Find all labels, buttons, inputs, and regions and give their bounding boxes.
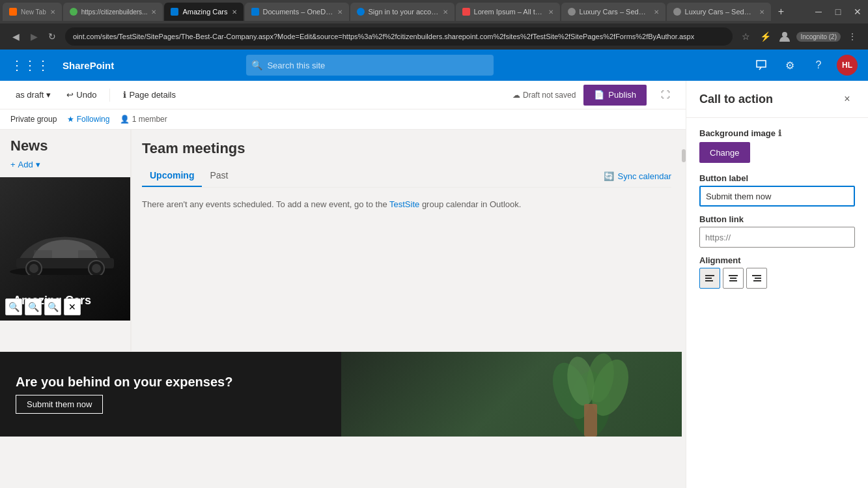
extensions-btn[interactable]: ⚡ [757, 29, 773, 44]
profile-btn[interactable] [777, 29, 792, 44]
svg-rect-23 [753, 280, 761, 281]
back-btn[interactable]: ◀ [8, 29, 23, 44]
svg-point-0 [782, 32, 787, 37]
tab-upcoming[interactable]: Upcoming [142, 165, 202, 187]
help-icon[interactable]: ? [808, 55, 829, 76]
tab-close-icon[interactable]: ✕ [654, 8, 659, 16]
tab-signin[interactable]: Sign in to your accou... ✕ [350, 3, 455, 21]
members-link[interactable]: 👤 1 member [120, 115, 167, 124]
tab-close-icon[interactable]: ✕ [443, 8, 448, 16]
search-box-container: 🔍 [246, 55, 494, 76]
zoom-in-btn[interactable]: 🔍 [25, 298, 42, 315]
tab-close-icon[interactable]: ✕ [337, 8, 343, 16]
tab-label: Sign in to your accou... [369, 8, 439, 16]
center-column: Team meetings Upcoming Past 🔄 Sync calen… [131, 130, 682, 351]
group-label: Private group [10, 115, 57, 124]
browser-chrome: New Tab ✕ https://citizenbuilders... ✕ A… [0, 0, 868, 50]
sync-calendar-btn[interactable]: 🔄 Sync calendar [604, 171, 671, 181]
tab-close-icon[interactable]: ✕ [759, 8, 764, 16]
scroll-thumb[interactable] [682, 149, 686, 162]
info-icon: ℹ [778, 128, 781, 138]
button-link-field-label: Button link [699, 214, 855, 224]
tab-close-icon[interactable]: ✕ [50, 8, 55, 16]
car-image-block: Amazing Cars 🔍 🔍 🔍 ✕ [0, 177, 130, 321]
page-toolbar: as draft ▾ ↩ Undo ℹ Page details ☁ Draft… [0, 81, 686, 109]
user-avatar[interactable]: HL [837, 55, 858, 76]
tab-citizenbuilders[interactable]: https://citizenbuilders... ✕ [63, 3, 163, 21]
search-icon: 🔍 [251, 60, 262, 70]
add-button[interactable]: + Add ▾ [10, 160, 120, 169]
align-center-button[interactable] [723, 268, 744, 289]
cta-submit-button[interactable]: Submit them now [16, 395, 103, 414]
bookmark-btn[interactable]: ☆ [738, 29, 753, 44]
maximize-btn[interactable]: □ [830, 4, 846, 20]
waffle-menu[interactable]: ⋮⋮⋮ [10, 57, 49, 73]
undo-btn[interactable]: ↩ Undo [61, 87, 102, 102]
chevron-down-icon: ▾ [46, 90, 51, 100]
tab-past[interactable]: Past [202, 165, 236, 187]
button-link-input[interactable] [699, 227, 855, 248]
settings-icon[interactable]: ⚙ [779, 55, 800, 76]
tab-amazing-cars[interactable]: Amazing Cars ✕ [164, 3, 243, 21]
address-bar: ◀ ▶ ↻ ☆ ⚡ Incognito (2) ⋮ [0, 23, 868, 50]
zoom-out-btn[interactable]: 🔍 [5, 298, 22, 315]
button-label-input[interactable] [699, 186, 855, 207]
svg-rect-14 [584, 404, 597, 437]
following-btn[interactable]: ★ Following [67, 115, 109, 124]
person-icon: 👤 [120, 115, 130, 124]
tab-newtab[interactable]: New Tab ✕ [3, 3, 62, 21]
header-actions: ⚙ ? HL [751, 55, 858, 76]
svg-point-4 [29, 264, 38, 273]
publish-icon: 📄 [594, 90, 604, 100]
change-button[interactable]: Change [699, 142, 750, 163]
close-image-btn[interactable]: ✕ [64, 298, 81, 315]
scroll-track [682, 130, 686, 488]
undo-icon: ↩ [66, 90, 74, 100]
cta-section: Are you behind on your expenses? Submit … [0, 352, 682, 437]
sp-logo: SharePoint [63, 60, 114, 71]
conversation-icon[interactable] [751, 55, 772, 76]
cta-title: Are you behind on your expenses? [16, 375, 232, 390]
expand-btn[interactable]: ⛶ [654, 85, 675, 106]
site-meta: Private group ★ Following 👤 1 member [10, 115, 167, 124]
align-right-button[interactable] [746, 268, 767, 289]
panel-close-button[interactable]: × [839, 91, 855, 107]
chevron-icon: ▾ [36, 160, 40, 169]
svg-rect-22 [755, 278, 761, 279]
tab-favicon [462, 8, 470, 16]
tab-lorem[interactable]: Lorem Ipsum – All the... ✕ [456, 3, 560, 21]
search-image-btn[interactable]: 🔍 [44, 298, 61, 315]
search-input[interactable] [246, 55, 494, 76]
forward-btn[interactable]: ▶ [26, 29, 42, 44]
align-left-icon [705, 273, 715, 283]
tab-label: Lorem Ipsum – All the... [474, 8, 544, 16]
draft-btn[interactable]: as draft ▾ [10, 87, 56, 102]
address-input[interactable] [65, 27, 733, 46]
tab-favicon [251, 8, 259, 16]
page-details-btn[interactable]: ℹ Page details [118, 87, 181, 102]
tab-bar: New Tab ✕ https://citizenbuilders... ✕ A… [0, 0, 868, 23]
toolbar-separator [109, 89, 110, 102]
publish-button[interactable]: 📄 Publish [583, 85, 647, 106]
svg-rect-17 [705, 280, 713, 281]
reload-btn[interactable]: ↻ [44, 29, 60, 44]
tab-favicon [357, 8, 365, 16]
tab-label: Luxury Cars – Sedans... [685, 8, 755, 16]
left-column: News + Add ▾ [0, 130, 130, 351]
panel-title: Call to action [699, 93, 773, 106]
svg-rect-16 [705, 278, 712, 279]
tab-close-icon[interactable]: ✕ [548, 8, 553, 16]
minimize-btn[interactable]: ─ [811, 4, 826, 20]
tab-documents[interactable]: Documents – OneDrive ✕ [245, 3, 349, 21]
sync-icon: 🔄 [604, 171, 614, 181]
close-browser-btn[interactable]: ✕ [850, 4, 865, 20]
settings-btn[interactable]: ⋮ [845, 29, 860, 44]
align-left-button[interactable] [699, 268, 720, 289]
tab-close-icon[interactable]: ✕ [232, 8, 237, 16]
alignment-group [699, 268, 855, 289]
tab-close-icon[interactable]: ✕ [151, 8, 156, 16]
tab-luxury-cars-2[interactable]: Luxury Cars – Sedans... ✕ [667, 3, 771, 21]
testsite-link[interactable]: TestSite [389, 199, 419, 209]
tab-luxury-cars-1[interactable]: Luxury Cars – Sedans... ✕ [561, 3, 665, 21]
new-tab-button[interactable]: + [772, 3, 791, 21]
